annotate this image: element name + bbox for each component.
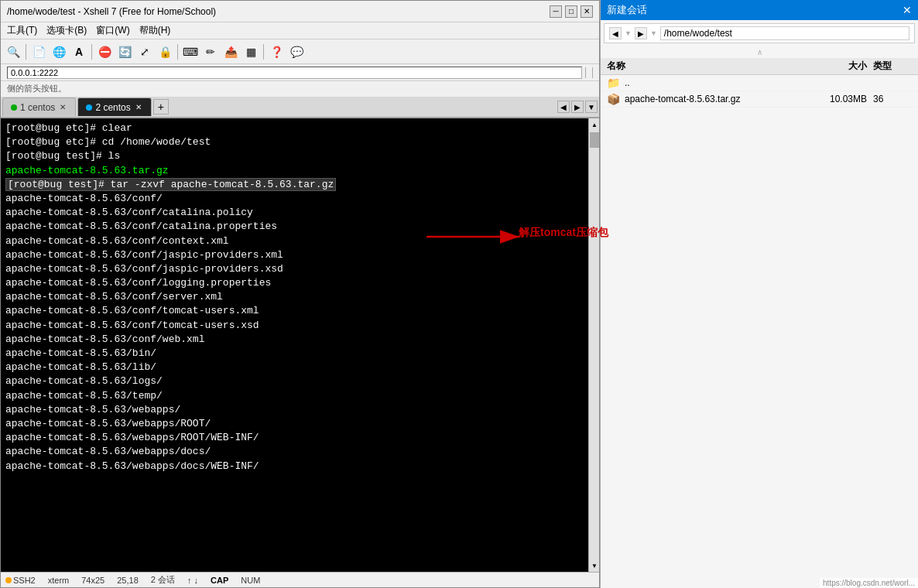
menu-tools[interactable]: 工具(T)	[7, 24, 37, 37]
tab-1-dot	[11, 104, 17, 111]
terminal-container: [root@bug etc]# clear[root@bug etc]# cd …	[1, 118, 599, 572]
ssh-dot	[5, 577, 12, 583]
scroll-down-btn[interactable]: ▼	[589, 559, 599, 572]
terminal-line: [root@bug etc]# clear	[5, 121, 584, 135]
minimize-button[interactable]: ─	[550, 5, 562, 18]
file-path-text: /home/wode/test	[664, 28, 732, 39]
file-table-header: 名称 大小 类型	[601, 58, 918, 75]
sessions-label: 2 会话	[151, 574, 175, 586]
xterm-label: xterm	[48, 576, 70, 585]
font-button[interactable]: A	[70, 43, 88, 61]
position-label: 25,18	[117, 576, 139, 585]
file-panel-close[interactable]: ✕	[903, 4, 912, 16]
title-bar: /home/wode/test - Xshell 7 (Free for Hom…	[1, 1, 599, 22]
size-label: 74x25	[81, 576, 104, 585]
window-title: /home/wode/test - Xshell 7 (Free for Hom…	[7, 6, 216, 17]
tab-2-label: 2 centos	[95, 102, 130, 113]
terminal-line: apache-tomcat-8.5.63/webapps/ROOT/	[5, 417, 584, 431]
ssh-label: SSH2	[13, 576, 36, 585]
lock-button[interactable]: 🔒	[156, 43, 174, 61]
toolbar-separator-3	[177, 44, 178, 60]
terminal-line: apache-tomcat-8.5.63/conf/context.xml	[5, 234, 584, 248]
hint-text: 侧的箭头按钮。	[1, 81, 599, 97]
status-ssh: SSH2	[5, 576, 36, 585]
tab-1-centos[interactable]: 1 centos ✕	[2, 97, 76, 116]
terminal-line: apache-tomcat-8.5.63/conf/	[5, 192, 584, 206]
refresh-button[interactable]: 🔄	[115, 43, 134, 61]
address-scroll	[585, 67, 593, 78]
tab-nav-right[interactable]: ▶	[571, 101, 584, 113]
search-button[interactable]: 🔍	[4, 43, 22, 61]
resize-button[interactable]: ⤢	[135, 43, 154, 61]
terminal-line: apache-tomcat-8.5.63/conf/catalina.prope…	[5, 220, 584, 234]
terminal-line: apache-tomcat-8.5.63/conf/tomcat-users.x…	[5, 319, 584, 333]
tab-2-close[interactable]: ✕	[134, 103, 143, 112]
tab-add-button[interactable]: +	[153, 99, 169, 115]
scroll-track	[589, 149, 599, 559]
file-list: 📁 .. 📦 apache-tomcat-8.5.63.tar.gz 10.03…	[601, 75, 918, 108]
address-bar	[1, 64, 599, 81]
scroll-thumb[interactable]	[590, 132, 599, 148]
tab-nav-down[interactable]: ▼	[585, 101, 598, 113]
file-nav-back-arrow: ▼	[625, 29, 632, 37]
list-item[interactable]: 📁 ..	[601, 75, 918, 91]
list-item[interactable]: 📦 apache-tomcat-8.5.63.tar.gz 10.03MB 36	[601, 91, 918, 108]
terminal-line: apache-tomcat-8.5.63/conf/catalina.polic…	[5, 206, 584, 220]
arrows-label: ↑ ↓	[187, 576, 198, 585]
menu-window[interactable]: 窗口(W)	[96, 24, 129, 37]
col-size: 大小	[811, 60, 873, 73]
terminal-line: apache-tomcat-8.5.63/conf/jaspic-provide…	[5, 262, 584, 276]
xshell-window: /home/wode/test - Xshell 7 (Free for Hom…	[0, 0, 600, 588]
tab-bar: 1 centos ✕ 2 centos ✕ + ◀ ▶ ▼	[1, 97, 599, 118]
keyboard-button[interactable]: ⌨	[181, 43, 200, 61]
terminal-line: apache-tomcat-8.5.63/conf/jaspic-provide…	[5, 248, 584, 262]
file-nav-forward-arrow: ▼	[650, 29, 657, 37]
toolbar-separator-2	[91, 44, 92, 60]
stop-button[interactable]: ⛔	[95, 43, 114, 61]
col-name: 名称	[607, 60, 811, 73]
terminal-line: apache-tomcat-8.5.63/lib/	[5, 361, 584, 374]
num-label: NUM	[241, 576, 260, 585]
terminal-line: apache-tomcat-8.5.63/logs/	[5, 374, 584, 388]
tab-2-dot	[86, 104, 92, 111]
help-button[interactable]: ❓	[267, 43, 286, 61]
globe-button[interactable]: 🌐	[50, 43, 68, 61]
file-address-bar: ◀ ▼ ▶ ▼ /home/wode/test	[604, 23, 915, 43]
terminal[interactable]: [root@bug etc]# clear[root@bug etc]# cd …	[1, 118, 588, 572]
file-type: 36	[873, 94, 912, 104]
toolbar: 🔍 📄 🌐 A ⛔ 🔄 ⤢ 🔒 ⌨ ✏ 📤 ▦ ❓ 💬	[1, 39, 599, 64]
terminal-scrollbar[interactable]: ▲ ▼	[588, 118, 599, 572]
file-path-bar[interactable]: /home/wode/test	[660, 26, 909, 40]
edit-button[interactable]: ✏	[201, 43, 220, 61]
tab-1-close[interactable]: ✕	[58, 103, 67, 112]
file-panel: 新建会话 ✕ ◀ ▼ ▶ ▼ /home/wode/test ∧ 名称 大小 类…	[600, 0, 918, 588]
terminal-line: apache-tomcat-8.5.63/webapps/ROOT/WEB-IN…	[5, 431, 584, 445]
chat-button[interactable]: 💬	[287, 43, 306, 61]
close-button[interactable]: ✕	[581, 5, 593, 18]
maximize-button[interactable]: □	[565, 5, 577, 18]
tab-2-centos[interactable]: 2 centos ✕	[77, 97, 151, 116]
file-nav-back[interactable]: ◀	[609, 27, 622, 39]
menu-help[interactable]: 帮助(H)	[139, 24, 171, 37]
scroll-up-btn[interactable]: ▲	[589, 118, 599, 131]
toolbar-separator-1	[26, 44, 26, 60]
tab-nav-left[interactable]: ◀	[557, 101, 570, 113]
file-panel-title: 新建会话	[607, 3, 647, 17]
new-session-button[interactable]: 📄	[29, 43, 48, 61]
title-controls: ─ □ ✕	[550, 5, 593, 18]
terminal-line: apache-tomcat-8.5.63/bin/	[5, 347, 584, 361]
col-type: 类型	[873, 60, 912, 73]
file-panel-header: 新建会话 ✕	[601, 0, 918, 20]
address-input[interactable]	[7, 67, 582, 79]
upload-button[interactable]: 📤	[221, 43, 240, 61]
terminal-line: [root@bug test]# ls	[5, 149, 584, 163]
terminal-line: apache-tomcat-8.5.63/webapps/	[5, 403, 584, 417]
tab-1-label: 1 centos	[20, 102, 55, 113]
status-bar: SSH2 xterm 74x25 25,18 2 会话 ↑ ↓ CAP NUM	[1, 572, 599, 587]
menu-tabs[interactable]: 选项卡(B)	[46, 24, 87, 37]
file-nav-forward[interactable]: ▶	[635, 27, 647, 39]
file-size: 10.03MB	[811, 94, 873, 104]
terminal-line: [root@bug etc]# cd /home/wode/test	[5, 135, 584, 149]
terminal-line: [root@bug test]# tar -zxvf apache-tomcat…	[5, 178, 584, 192]
layout-button[interactable]: ▦	[241, 43, 260, 61]
